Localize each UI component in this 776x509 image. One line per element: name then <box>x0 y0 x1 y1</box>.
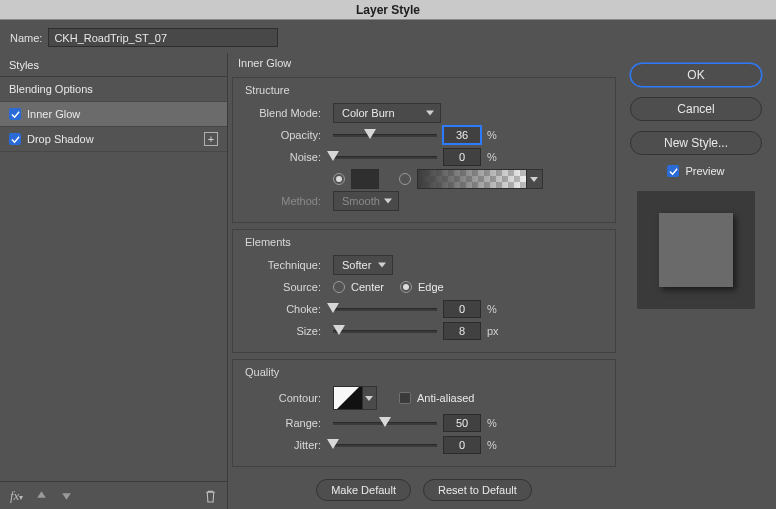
inner-glow-checkbox[interactable] <box>9 108 21 120</box>
check-icon <box>669 167 678 176</box>
gradient-dropdown-icon[interactable] <box>527 169 543 189</box>
trash-icon[interactable] <box>204 489 217 502</box>
blending-options-label: Blending Options <box>9 83 93 95</box>
window-body: Name: Styles Blending Options Inner Glow <box>0 20 776 509</box>
check-icon <box>11 110 20 119</box>
styles-header[interactable]: Styles <box>0 53 227 77</box>
source-edge-label: Edge <box>418 281 444 293</box>
method-value: Smooth <box>342 195 380 207</box>
main-area: Styles Blending Options Inner Glow Drop … <box>0 53 776 509</box>
source-row: Source: Center Edge <box>243 276 605 298</box>
opacity-input[interactable] <box>443 126 481 144</box>
panel-title: Inner Glow <box>238 57 616 69</box>
inner-glow-label: Inner Glow <box>27 108 80 120</box>
inner-glow-item[interactable]: Inner Glow <box>0 102 227 127</box>
styles-panel: Styles Blending Options Inner Glow Drop … <box>0 53 228 509</box>
layer-style-window: Layer Style Name: Styles Blending Option… <box>0 0 776 509</box>
blending-options-item[interactable]: Blending Options <box>0 77 227 102</box>
window-titlebar: Layer Style <box>0 0 776 20</box>
antialias-checkbox[interactable] <box>399 392 411 404</box>
move-down-icon[interactable] <box>60 489 73 502</box>
method-row: Method: Smooth <box>243 190 605 212</box>
opacity-label: Opacity: <box>243 129 327 141</box>
noise-slider[interactable] <box>333 150 437 164</box>
technique-label: Technique: <box>243 259 327 271</box>
choke-input[interactable] <box>443 300 481 318</box>
jitter-slider[interactable] <box>333 438 437 452</box>
make-default-label: Make Default <box>331 484 396 496</box>
glow-color-swatch[interactable] <box>351 169 379 189</box>
size-row: Size: px <box>243 320 605 342</box>
range-unit: % <box>487 417 503 429</box>
choke-slider[interactable] <box>333 302 437 316</box>
source-label: Source: <box>243 281 327 293</box>
add-drop-shadow-button[interactable]: + <box>204 132 218 146</box>
new-style-label: New Style... <box>664 136 728 150</box>
range-row: Range: % <box>243 412 605 434</box>
jitter-unit: % <box>487 439 503 451</box>
contour-row: Contour: Anti-aliased <box>243 384 605 412</box>
technique-select[interactable]: Softer <box>333 255 393 275</box>
preview-toggle-row: Preview <box>630 165 762 177</box>
method-label: Method: <box>243 195 327 207</box>
method-select: Smooth <box>333 191 399 211</box>
gradient-radio[interactable] <box>399 173 411 185</box>
new-style-button[interactable]: New Style... <box>630 131 762 155</box>
size-slider[interactable] <box>333 324 437 338</box>
size-input[interactable] <box>443 322 481 340</box>
blend-mode-label: Blend Mode: <box>243 107 327 119</box>
range-label: Range: <box>243 417 327 429</box>
contour-preview <box>333 386 363 410</box>
action-panel: OK Cancel New Style... Preview <box>624 53 776 509</box>
drop-shadow-checkbox[interactable] <box>9 133 21 145</box>
jitter-row: Jitter: % <box>243 434 605 456</box>
blend-mode-row: Blend Mode: Color Burn <box>243 102 605 124</box>
size-unit: px <box>487 325 503 337</box>
solid-color-radio[interactable] <box>333 173 345 185</box>
choke-row: Choke: % <box>243 298 605 320</box>
blend-mode-select[interactable]: Color Burn <box>333 103 441 123</box>
noise-row: Noise: % <box>243 146 605 168</box>
preview-label: Preview <box>685 165 724 177</box>
technique-row: Technique: Softer <box>243 254 605 276</box>
glow-color-row <box>243 168 605 190</box>
glow-gradient-picker[interactable] <box>417 169 543 189</box>
contour-picker[interactable] <box>333 386 377 410</box>
preview-box <box>637 191 755 309</box>
noise-unit: % <box>487 151 503 163</box>
source-center-label: Center <box>351 281 384 293</box>
fx-menu-button[interactable]: fx▾ <box>10 488 23 504</box>
contour-dropdown-icon[interactable] <box>363 386 377 410</box>
window-title: Layer Style <box>356 3 420 17</box>
noise-label: Noise: <box>243 151 327 163</box>
technique-value: Softer <box>342 259 371 271</box>
reset-default-label: Reset to Default <box>438 484 517 496</box>
move-up-icon[interactable] <box>35 489 48 502</box>
structure-group: Structure Blend Mode: Color Burn Opacity… <box>232 77 616 223</box>
noise-input[interactable] <box>443 148 481 166</box>
ok-label: OK <box>687 68 704 82</box>
source-center-radio[interactable] <box>333 281 345 293</box>
opacity-unit: % <box>487 129 503 141</box>
drop-shadow-item[interactable]: Drop Shadow + <box>0 127 227 152</box>
preview-checkbox[interactable] <box>667 165 679 177</box>
opacity-slider[interactable] <box>333 128 437 142</box>
styles-header-label: Styles <box>9 59 39 71</box>
cancel-button[interactable]: Cancel <box>630 97 762 121</box>
ok-button[interactable]: OK <box>630 63 762 87</box>
jitter-input[interactable] <box>443 436 481 454</box>
reset-default-button[interactable]: Reset to Default <box>423 479 532 501</box>
jitter-label: Jitter: <box>243 439 327 451</box>
choke-unit: % <box>487 303 503 315</box>
antialias-label: Anti-aliased <box>417 392 474 404</box>
name-row: Name: <box>0 20 776 53</box>
range-slider[interactable] <box>333 416 437 430</box>
range-input[interactable] <box>443 414 481 432</box>
source-edge-radio[interactable] <box>400 281 412 293</box>
styles-spacer <box>0 152 227 481</box>
layer-name-input[interactable] <box>48 28 278 47</box>
contour-label: Contour: <box>243 392 327 404</box>
elements-title: Elements <box>245 236 605 248</box>
make-default-button[interactable]: Make Default <box>316 479 411 501</box>
gradient-preview <box>417 169 527 189</box>
